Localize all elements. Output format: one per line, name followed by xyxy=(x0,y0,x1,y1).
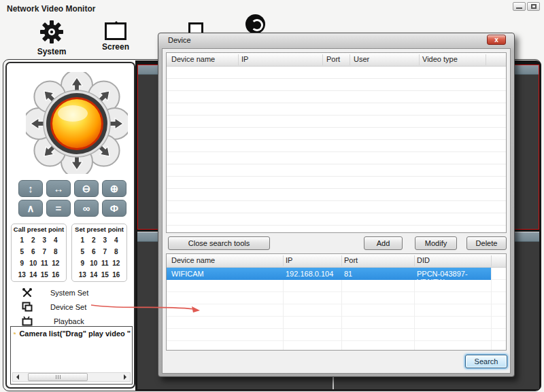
call-preset-number[interactable]: 6 xyxy=(28,248,39,255)
column-device-name[interactable]: Device name xyxy=(171,55,215,63)
dialog-content: Device name IP Port User Video type Clos… xyxy=(162,48,511,374)
call-preset-number[interactable]: 4 xyxy=(50,236,62,244)
call-preset-number[interactable]: 11 xyxy=(39,260,50,267)
scroll-right-button[interactable] xyxy=(121,373,130,381)
call-preset-number[interactable]: 9 xyxy=(16,260,28,267)
set-preset-grid: 1234 5678 9101112 13141516 xyxy=(72,233,126,279)
set-preset-number[interactable]: 14 xyxy=(88,271,100,279)
column-ip[interactable]: IP xyxy=(241,55,248,63)
minimize-button[interactable] xyxy=(513,2,526,11)
call-preset-number[interactable]: 1 xyxy=(16,236,28,244)
dialog-close-button[interactable]: x xyxy=(487,35,506,45)
set-preset-number[interactable]: 6 xyxy=(88,248,100,255)
set-preset-number[interactable]: 8 xyxy=(111,248,122,255)
cell-did: PPCN-043897-VDNZW xyxy=(417,270,491,286)
scrollbar-thumb[interactable] xyxy=(28,373,88,381)
cell-ip: 192.168.0.104 xyxy=(286,270,333,278)
menu-label-playback: Playback xyxy=(54,317,84,325)
set-preset-number[interactable]: 13 xyxy=(77,271,88,279)
zoom-out-icon: ⊖ xyxy=(82,183,91,194)
call-preset-number[interactable]: 7 xyxy=(39,248,50,255)
call-preset-grid: 1234 5678 9101112 13141516 xyxy=(12,233,66,279)
set-preset-number[interactable]: 9 xyxy=(77,260,88,267)
delete-button[interactable]: Delete xyxy=(466,236,507,250)
camera-list-panel[interactable]: Camera list("Drag" play video " xyxy=(10,326,133,385)
toolbar-lens-icon[interactable] xyxy=(245,14,265,34)
vertical-patrol-button[interactable]: ↕ xyxy=(18,180,43,197)
call-preset-number[interactable]: 5 xyxy=(16,248,28,255)
toolbar-item-system[interactable]: System xyxy=(33,19,71,56)
column-did[interactable]: DID xyxy=(417,256,430,264)
menu-label-device-set: Device Set xyxy=(50,303,86,311)
infinity-icon: ∞ xyxy=(83,203,90,213)
camera-list-title: Camera list("Drag" play video " xyxy=(19,329,131,338)
set-preset-title: Set preset point xyxy=(72,226,126,233)
set-preset-number[interactable]: 2 xyxy=(88,236,100,244)
call-preset-number[interactable]: 12 xyxy=(50,260,62,267)
call-preset-number[interactable]: 10 xyxy=(28,260,39,267)
set-preset-number[interactable]: 11 xyxy=(99,260,111,267)
call-preset-number[interactable]: 2 xyxy=(28,236,39,244)
column-ip[interactable]: IP xyxy=(286,256,292,264)
set-preset-number[interactable]: 5 xyxy=(77,248,88,255)
flat-button[interactable]: = xyxy=(46,200,71,217)
column-user[interactable]: User xyxy=(354,55,369,63)
gear-icon xyxy=(39,19,65,45)
call-preset-number[interactable]: 15 xyxy=(39,271,50,279)
screen-icon xyxy=(105,22,126,40)
search-results-table[interactable]: Device name IP Port User Video type xyxy=(166,52,507,233)
set-preset-number[interactable]: 4 xyxy=(111,236,122,244)
call-preset-number[interactable]: 16 xyxy=(50,271,62,279)
column-port[interactable]: Port xyxy=(344,256,358,264)
sidebar-menu: System Set Device Set Playback xyxy=(7,286,134,329)
maximize-button[interactable] xyxy=(527,2,540,11)
call-preset-title: Call preset point xyxy=(12,226,66,233)
set-preset-number[interactable]: 12 xyxy=(111,260,122,267)
focus-button[interactable]: ∧ xyxy=(18,200,43,217)
horizontal-patrol-button[interactable]: ↔ xyxy=(46,180,71,197)
set-preset-number[interactable]: 1 xyxy=(77,236,88,244)
device-dialog: Device x Device name IP Port User Video … xyxy=(158,33,515,377)
set-preset-number[interactable]: 7 xyxy=(99,248,111,255)
set-preset-number[interactable]: 10 xyxy=(88,260,100,267)
folder-icon xyxy=(14,329,16,338)
iris-button[interactable]: Φ xyxy=(102,200,126,217)
set-preset-number[interactable]: 3 xyxy=(99,236,111,244)
set-preset-number[interactable]: 15 xyxy=(99,271,111,279)
menu-item-device-set[interactable]: Device Set xyxy=(7,300,134,315)
tools-icon xyxy=(22,287,33,298)
device-row-selected[interactable]: WIFICAM 192.168.0.104 81 PPCN-043897-VDN… xyxy=(167,268,491,280)
tv-icon xyxy=(22,316,33,327)
set-preset-number[interactable]: 16 xyxy=(111,271,122,279)
horizontal-patrol-icon: ↔ xyxy=(54,183,64,194)
search-button[interactable]: Search xyxy=(465,355,507,368)
dialog-title: Device xyxy=(168,36,191,44)
add-button[interactable]: Add xyxy=(364,236,403,250)
call-preset-number[interactable]: 13 xyxy=(16,271,28,279)
dialog-titlebar[interactable]: Device x xyxy=(158,33,514,48)
minimize-icon xyxy=(516,7,522,9)
device-table-header: Device name IP Port DID xyxy=(167,254,506,268)
column-port[interactable]: Port xyxy=(326,55,340,63)
infinity-button[interactable]: ∞ xyxy=(74,200,99,217)
close-search-tools-button[interactable]: Close search tools xyxy=(168,236,270,250)
column-device-name[interactable]: Device name xyxy=(171,256,215,264)
iris-icon: Φ xyxy=(110,203,118,213)
scroll-right-icon xyxy=(124,374,129,380)
toolbar-item-screen[interactable]: Screen xyxy=(97,19,135,52)
call-preset-number[interactable]: 8 xyxy=(50,248,62,255)
sidebar: ↕ ↔ ⊖ ⊕ ∧ = ∞ Φ Call preset point 1234 5… xyxy=(5,62,135,389)
call-preset-number[interactable]: 3 xyxy=(39,236,50,244)
modify-button[interactable]: Modify xyxy=(415,236,457,250)
menu-item-system-set[interactable]: System Set xyxy=(7,286,134,300)
zoom-in-button[interactable]: ⊕ xyxy=(102,180,126,197)
zoom-out-button[interactable]: ⊖ xyxy=(74,180,99,197)
search-table-body xyxy=(167,67,506,232)
device-list-table[interactable]: Device name IP Port DID WIFICAM 192.168.… xyxy=(166,253,507,351)
scroll-left-button[interactable] xyxy=(13,373,22,381)
call-preset-number[interactable]: 14 xyxy=(28,271,39,279)
ptz-function-buttons: ↕ ↔ ⊖ ⊕ ∧ = ∞ Φ xyxy=(18,180,129,217)
column-video-type[interactable]: Video type xyxy=(422,55,458,63)
ptz-control[interactable] xyxy=(26,72,128,174)
camera-list-scrollbar[interactable] xyxy=(12,372,131,382)
